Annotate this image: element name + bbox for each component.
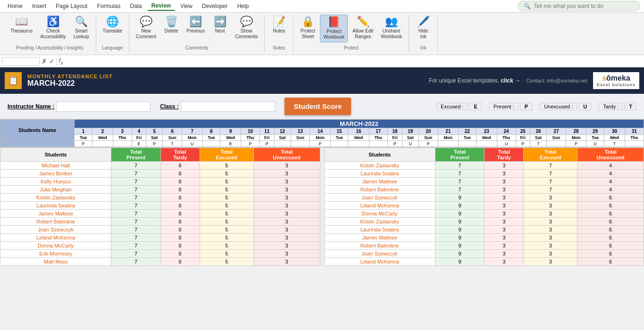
val-tardy-right-6: 3 [485,210,524,218]
val-tardy-right-7: 3 [485,218,524,226]
header-banner: 📋 MONTHLY ATTENDANCE LIST MARCH-2022 For… [0,67,644,94]
summary-section: StudentsTotalPresentTotalTardyTotalExcus… [0,147,644,266]
day-num-9: 9 [220,128,241,135]
menu-data[interactable]: Data [126,2,145,10]
day-num-1: 1 [75,128,92,135]
hide-ink-button[interactable]: 🖊️ HideInk [413,15,434,41]
next-icon: ➡️ [214,16,226,27]
day-name-8: Wed [220,135,241,141]
val-present-left-1: 7 [111,170,161,178]
summary-row-left-1: James Beriker7653 [0,170,320,178]
menu-bar: Home Insert Page Layout Formulas Data Re… [0,0,644,13]
allow-edit-ranges-button[interactable]: ✏️ Allow EditRanges [350,15,376,41]
previous-button[interactable]: ⬅️ Previous [184,15,208,36]
col-unexcused-right: TotalUnexcused [577,148,644,162]
code-26 [547,141,566,147]
unexcused-label: Unexcused : [540,103,577,110]
cancel-btn[interactable]: ✗ [42,58,47,65]
thesaurus-button[interactable]: 📖 Thesaurus [8,15,35,36]
code-label [0,141,75,147]
check-accessibility-button[interactable]: ♿ CheckAccessibility [37,15,68,41]
translate-button[interactable]: 🌐 Translate [100,15,125,36]
previous-icon: ⬅️ [189,16,202,27]
student-name-right-2: James Maltese [324,178,435,186]
val-excused-left-1: 5 [200,170,253,178]
val-present-right-1: 7 [435,170,485,178]
summary-row-left-3: Julia Meighan7653 [0,186,320,194]
menu-home[interactable]: Home [4,2,26,10]
ribbon-group-language: 🌐 Translate Language [96,15,129,52]
val-unexcused-right-1: 4 [577,170,644,178]
val-tardy-left-11: 6 [160,250,200,258]
new-comment-button[interactable]: 💬 NewComment [133,15,159,41]
notes-button[interactable]: 📝 Notes [268,15,289,36]
protect-workbook-button[interactable]: 📕 ProtectWorkbook [320,15,348,42]
name-box[interactable] [2,57,40,66]
confirm-btn[interactable]: ✓ [49,58,55,65]
col-tardy-right: TotalTardy [485,148,524,162]
menu-insert[interactable]: Insert [28,2,50,10]
day-num-11: 11 [260,128,275,135]
menu-view[interactable]: View [176,2,196,10]
tardy-legend: Tardy : T [599,103,636,110]
delete-button[interactable]: 🗑️ Delete [161,15,182,36]
translate-icon: 🌐 [106,16,119,27]
student-name-left-12: Matt Moss [0,258,111,266]
day-num-2: 2 [92,128,113,135]
summary-row-right-12: Leland McKenna9336 [324,258,644,266]
class-input[interactable] [181,101,275,112]
tardy-label: Tardy : [599,103,623,110]
val-unexcused-right-7: 6 [577,218,644,226]
instructor-input[interactable] [56,101,151,112]
unshare-workbook-button[interactable]: 👥 UnshareWorkbook [378,15,405,41]
smart-lookup-button[interactable]: 🔍 SmartLookup [71,15,92,41]
val-present-right-7: 9 [435,218,485,226]
menu-page-layout[interactable]: Page Layout [52,2,91,10]
day-num-28: 28 [566,128,586,135]
formula-input[interactable] [65,58,642,65]
summary-row-left-10: Donna McCarty7653 [0,242,320,250]
val-excused-left-4: 5 [200,194,253,202]
student-name-right-7: Kristin Zaslavsky [324,218,435,226]
val-excused-left-2: 5 [200,178,253,186]
ink-group-label: Ink [420,45,426,50]
smart-lookup-label: SmartLookup [74,28,89,40]
menu-developer[interactable]: Developer [198,2,232,10]
menu-help[interactable]: Help [234,2,253,10]
val-present-right-6: 9 [435,210,485,218]
show-comments-button[interactable]: 💬 ShowComments [232,15,260,41]
day-name-21: Tue [459,135,477,141]
day-name-2: Thu [113,135,132,141]
students-name-header: Students Name [0,120,75,141]
student-name-left-2: Kelly Hoeyco [0,178,111,186]
val-excused-left-12: 5 [200,258,253,266]
delete-icon: 🗑️ [165,16,178,27]
next-button[interactable]: ➡️ Next [209,15,230,36]
val-unexcused-left-1: 3 [253,170,320,178]
menu-review[interactable]: Review [148,1,175,11]
student-score-button[interactable]: Student Score [284,98,351,115]
day-name-18: Sat [402,135,418,141]
summary-row-left-7: Robert Balentine7653 [0,218,320,226]
formula-bar: ✗ ✓ fx [0,55,644,67]
day-num-31: 31 [625,128,644,135]
menu-formulas[interactable]: Formulas [93,2,124,10]
val-excused-right-1: 7 [524,170,577,178]
val-present-left-7: 7 [111,218,161,226]
day-num-6: 6 [163,128,182,135]
col-present-left: TotalPresent [111,148,161,162]
protect-sheet-button[interactable]: 🔒 ProtectSheet [297,15,318,41]
student-name-right-8: Laurinda Seabra [324,226,435,234]
student-name-right-3: Robert Balentine [324,186,435,194]
next-label: Next [215,28,225,34]
val-unexcused-right-12: 6 [577,258,644,266]
search-input[interactable] [534,3,634,9]
student-name-right-5: Leland McKenna [324,202,435,210]
val-excused-right-9: 3 [524,234,577,242]
val-tardy-right-12: 3 [485,258,524,266]
day-name-24: Fri [516,135,530,141]
code-22 [476,141,497,147]
check-accessibility-icon: ♿ [47,16,59,27]
summary-row-right-2: James Maltese7374 [324,178,644,186]
day-num-26: 26 [530,128,547,135]
